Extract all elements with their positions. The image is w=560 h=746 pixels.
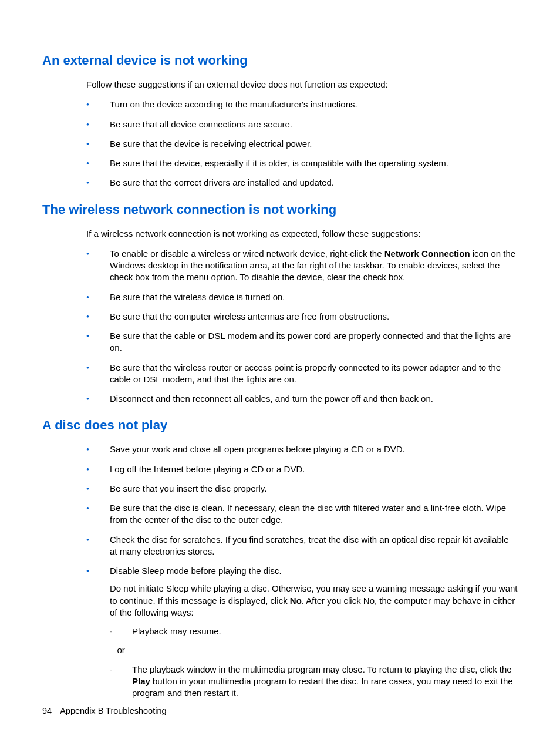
list-item: Turn on the device according to the manu… — [86, 99, 518, 110]
page-number: 94 — [42, 706, 52, 715]
list-item: Be sure that the device is receiving ele… — [86, 138, 518, 150]
text: To enable or disable a wireless or wired… — [110, 248, 384, 258]
list-item: Be sure that the wireless device is turn… — [86, 291, 518, 303]
list-item: Be sure that the disc is clean. If neces… — [86, 502, 518, 526]
list-item: Disconnect and then reconnect all cables… — [86, 393, 518, 405]
bullet-list: Turn on the device according to the manu… — [86, 99, 518, 189]
bold-text: Play — [132, 676, 150, 686]
text: The playback window in the multimedia pr… — [132, 664, 512, 674]
heading-wireless: The wireless network connection is not w… — [42, 202, 518, 217]
page-footer: 94Appendix B Troubleshooting — [42, 706, 167, 715]
bullet-list: To enable or disable a wireless or wired… — [86, 248, 518, 405]
bullet-list: Save your work and close all open progra… — [86, 443, 518, 699]
list-item: Disable Sleep mode before playing the di… — [86, 565, 518, 699]
intro-text: Follow these suggestions if an external … — [86, 79, 518, 90]
list-item: Check the disc for scratches. If you fin… — [86, 534, 518, 558]
list-item: Be sure that the correct drivers are ins… — [86, 177, 518, 189]
bold-text: Network Connection — [384, 248, 470, 258]
sub-list: Playback may resume. – or – The playback… — [110, 626, 518, 699]
list-item: To enable or disable a wireless or wired… — [86, 248, 518, 284]
list-item: Save your work and close all open progra… — [86, 443, 518, 455]
list-item: Be sure that the wireless router or acce… — [86, 362, 518, 386]
list-item: Playback may resume. — [110, 626, 518, 637]
list-item: The playback window in the multimedia pr… — [110, 664, 518, 700]
list-item: Be sure that you insert the disc properl… — [86, 483, 518, 495]
heading-external-device: An external device is not working — [42, 53, 518, 68]
bold-text: No — [290, 596, 302, 606]
list-item: Be sure that all device connections are … — [86, 119, 518, 130]
list-item: Be sure that the cable or DSL modem and … — [86, 330, 518, 354]
list-item: Log off the Internet before playing a CD… — [86, 463, 518, 475]
text: – or – — [110, 645, 132, 655]
document-page: An external device is not working Follow… — [0, 0, 560, 746]
text: button in your multimedia program to res… — [132, 676, 513, 698]
or-separator: – or – — [110, 644, 518, 656]
intro-text: If a wireless network connection is not … — [86, 228, 518, 240]
appendix-label: Appendix B Troubleshooting — [60, 706, 166, 715]
list-item: Be sure that the device, especially if i… — [86, 157, 518, 169]
text: Disable Sleep mode before playing the di… — [110, 566, 282, 576]
list-item: Be sure that the computer wireless anten… — [86, 311, 518, 322]
paragraph: Do not initiate Sleep while playing a di… — [110, 583, 518, 619]
heading-disc: A disc does not play — [42, 418, 518, 433]
